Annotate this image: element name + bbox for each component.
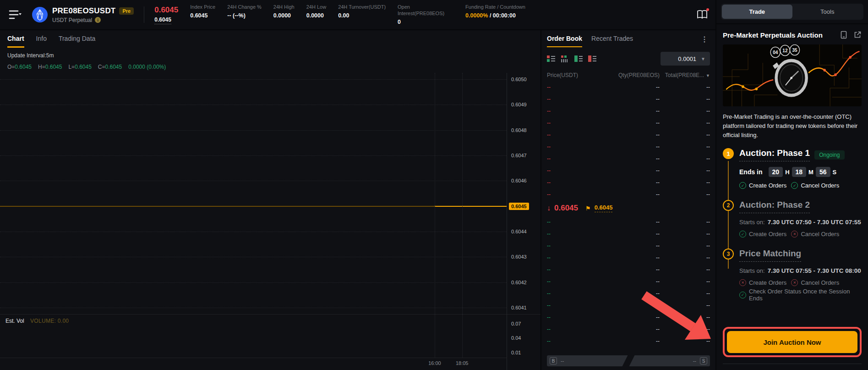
chart-tab[interactable]: Chart xyxy=(7,35,24,48)
ob-mark-price[interactable]: 0.6045 xyxy=(595,204,613,212)
permission-label: Cancel Orders xyxy=(801,182,839,189)
symbol-block: PRE08EOSUSDT Pre USDT Perpetual i xyxy=(52,6,134,23)
time-axis[interactable]: 16:0018:05 xyxy=(0,358,507,370)
buy-depth-bar[interactable]: B -- xyxy=(547,355,628,366)
col-price: Price(USDT) xyxy=(547,72,601,78)
starts-on-label: Starts on: xyxy=(739,267,765,274)
ask-total: -- xyxy=(660,108,710,114)
volume-axis[interactable]: 0.070.040.01 xyxy=(507,314,540,358)
left-group: PRE08EOSUSDT Pre USDT Perpetual i 0.6045… xyxy=(0,0,715,370)
mark-price[interactable]: 0.6045 xyxy=(154,17,171,24)
time-tick-label: 16:00 xyxy=(428,360,441,366)
chart-body: Est. Vol VOLUME: 0.00 16:0018:05 0.60500… xyxy=(0,73,540,370)
orderbook-tab[interactable]: Order Book xyxy=(547,35,582,47)
permission-label: Cancel Orders xyxy=(801,279,839,286)
info-icon[interactable]: i xyxy=(95,17,101,23)
price-tick-label: 0.6048 xyxy=(511,127,527,133)
header-stat: 24H Low 0.0000 xyxy=(306,4,326,19)
bid-row[interactable]: -- -- -- xyxy=(547,252,710,264)
bid-row[interactable]: -- -- -- xyxy=(547,264,710,276)
ask-row[interactable]: -- -- -- xyxy=(547,141,710,153)
bid-total: -- xyxy=(660,266,710,273)
ask-row[interactable]: -- -- -- xyxy=(547,105,710,117)
bid-price: -- xyxy=(547,266,601,273)
external-link-icon[interactable] xyxy=(853,31,862,39)
price-tick-label: 0.6050 xyxy=(511,77,527,82)
bid-row[interactable]: -- -- -- xyxy=(547,311,710,323)
ends-in-label: Ends in xyxy=(739,168,763,176)
buy-badge: B xyxy=(550,357,557,364)
permission-icon xyxy=(739,292,746,298)
phase-3: 3 Price Matching Starts on:7.30 UTC 07:5… xyxy=(723,249,862,302)
bid-row[interactable]: -- -- -- xyxy=(547,240,710,252)
permission-icon xyxy=(791,279,798,286)
panel-tab[interactable]: Tools xyxy=(792,5,863,19)
ask-price: -- xyxy=(547,120,601,126)
phase-3-title: Price Matching xyxy=(739,249,801,262)
chart-plots: Est. Vol VOLUME: 0.00 16:0018:05 xyxy=(0,73,507,370)
bid-row[interactable]: -- -- -- xyxy=(547,299,710,311)
countdown-segment: 20H xyxy=(766,167,790,177)
col-total[interactable]: Total(PRE08E...▼ xyxy=(660,72,710,78)
ask-row[interactable]: -- -- -- xyxy=(547,165,710,177)
chart-tabs: ChartInfoTrading Data xyxy=(0,35,540,48)
ask-qty: -- xyxy=(601,84,660,90)
header-stat: 24H Turnover(USDT) 0.00 xyxy=(338,4,386,19)
view-both-sides-icon[interactable] xyxy=(547,55,555,62)
auction-phases: 1 Auction: Phase 1 Ongoing Ends in 20H18… xyxy=(723,148,862,313)
ask-row[interactable]: -- -- -- xyxy=(547,93,710,105)
stat-value: 0.6045 xyxy=(190,12,215,19)
tick-size-select[interactable]: 0.0001 ▼ xyxy=(661,52,710,66)
ongoing-badge: Ongoing xyxy=(814,150,844,160)
volume-tick-label: 0.04 xyxy=(511,335,521,341)
bid-total: -- xyxy=(660,290,710,297)
view-asks-only-icon[interactable] xyxy=(588,55,596,62)
bid-row[interactable]: -- -- -- xyxy=(547,287,710,299)
view-depth-icon[interactable] xyxy=(561,55,569,62)
ask-price: -- xyxy=(547,155,601,162)
chart-axes: 0.60500.60490.60480.60470.60460.60450.60… xyxy=(507,73,540,370)
ask-row[interactable]: -- -- -- xyxy=(547,177,710,188)
ask-row[interactable]: -- -- -- xyxy=(547,153,710,165)
contract-doc-icon[interactable] xyxy=(840,31,848,39)
market-selector-menu-icon[interactable] xyxy=(8,9,22,21)
bid-row[interactable]: -- -- -- xyxy=(547,323,710,335)
permission-item: Cancel Orders xyxy=(791,182,839,189)
ask-row[interactable]: -- -- -- xyxy=(547,81,710,93)
price-axis[interactable]: 0.60500.60490.60480.60470.60460.60450.60… xyxy=(507,73,540,314)
sell-depth-bar[interactable]: -- S xyxy=(629,355,710,366)
ask-qty: -- xyxy=(601,96,660,102)
ask-row[interactable]: -- -- -- xyxy=(547,117,710,129)
orderbook-guide-icon[interactable] xyxy=(696,9,708,20)
buy-depth-value: -- xyxy=(561,358,564,364)
permission-item: Create Orders xyxy=(739,182,786,189)
orderbook-more-icon[interactable]: ⋮ xyxy=(699,35,710,44)
chart-tab[interactable]: Info xyxy=(36,35,47,48)
stat-value: 0.00 xyxy=(338,12,386,19)
symbol-name[interactable]: PRE08EOSUSDT xyxy=(52,6,115,16)
orderbook-tab[interactable]: Recent Trades xyxy=(591,35,633,47)
bid-row[interactable]: -- -- -- xyxy=(547,228,710,240)
join-auction-button[interactable]: Join Auction Now xyxy=(727,331,857,353)
view-bids-only-icon[interactable] xyxy=(574,55,583,62)
bid-qty: -- xyxy=(601,254,660,261)
bid-price: -- xyxy=(547,290,601,297)
price-chart[interactable] xyxy=(0,73,507,314)
ask-qty: -- xyxy=(601,132,660,138)
ask-price: -- xyxy=(547,167,601,174)
chart-tab[interactable]: Trading Data xyxy=(59,35,95,48)
header-stat: 24H High 0.0000 xyxy=(273,4,295,19)
orderbook-controls: 0.0001 ▼ xyxy=(547,52,710,66)
ask-row[interactable]: -- -- -- xyxy=(547,129,710,141)
ask-row[interactable]: -- -- -- xyxy=(547,188,710,200)
ask-total: -- xyxy=(660,155,710,162)
panel-tab[interactable]: Trade xyxy=(722,5,792,19)
col-qty: Qty(PRE08EOS) xyxy=(601,72,660,78)
phase-2-permissions: Create OrdersCancel Orders xyxy=(739,231,862,237)
bid-row[interactable]: -- -- -- xyxy=(547,335,710,347)
volume-pane[interactable]: Est. Vol VOLUME: 0.00 xyxy=(0,314,507,358)
bid-row[interactable]: -- -- -- xyxy=(547,216,710,228)
stat-value: 0.0000% / 00:00:00 xyxy=(465,12,525,19)
bid-row[interactable]: -- -- -- xyxy=(547,276,710,287)
depth-ratio-bar: B -- -- S xyxy=(547,355,710,366)
